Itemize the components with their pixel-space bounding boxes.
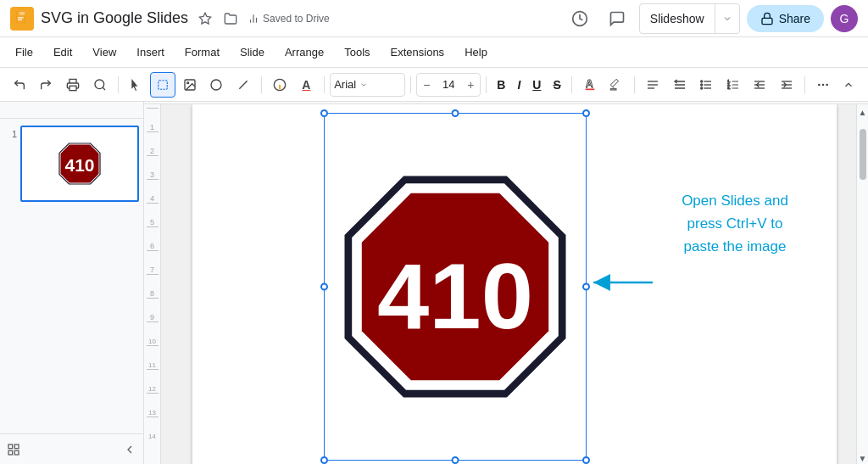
slideshow-dropdown-arrow[interactable] <box>715 4 739 33</box>
scroll-thumb[interactable] <box>860 129 866 180</box>
scroll-up-button[interactable]: ▲ <box>859 104 867 120</box>
svg-line-9 <box>103 87 105 90</box>
strikethrough-button[interactable]: S <box>548 73 565 97</box>
svg-rect-2 <box>18 17 24 18</box>
divider-3 <box>324 76 325 93</box>
menu-tools[interactable]: Tools <box>336 42 378 62</box>
divider-5 <box>486 76 487 93</box>
svg-point-12 <box>186 81 188 83</box>
bold-button[interactable]: B <box>492 73 510 97</box>
numbered-list-button[interactable]: 1.2.3. <box>721 72 746 98</box>
slide-number: 1 <box>3 129 17 139</box>
text-color-button[interactable]: A <box>294 72 320 98</box>
menu-arrange[interactable]: Arrange <box>276 42 332 62</box>
annotation-text: Open Slides and press Ctrl+V to paste th… <box>650 189 820 259</box>
title-bar: SVG in Google Slides Saved to Drive Slid… <box>0 0 868 37</box>
menu-format[interactable]: Format <box>176 42 228 62</box>
menu-edit[interactable]: Edit <box>45 42 81 62</box>
slide-thumbnail[interactable]: 410 <box>20 126 139 202</box>
font-size-decrease[interactable]: − <box>417 74 436 96</box>
stop-sign: 410 <box>332 121 578 452</box>
stop-sign-wrapper[interactable]: 410 <box>324 113 587 461</box>
slideshow-button[interactable]: Slideshow <box>639 3 740 34</box>
star-icon[interactable] <box>195 8 215 29</box>
slide-canvas-area[interactable]: 410 Open Slides and press Ctrl+V to past… <box>161 104 868 464</box>
menu-insert[interactable]: Insert <box>128 42 173 62</box>
toolbar: A Arial − + B I U S 1.2.3. <box>0 68 868 102</box>
svg-point-40 <box>826 83 828 86</box>
title-bar-right: Slideshow Share G <box>565 3 858 34</box>
history-icon[interactable] <box>565 3 595 34</box>
svg-point-13 <box>211 80 221 90</box>
menu-help[interactable]: Help <box>456 42 496 62</box>
line-button[interactable] <box>231 72 256 98</box>
select-button[interactable] <box>150 72 175 98</box>
svg-point-23 <box>701 81 703 82</box>
line-spacing-button[interactable] <box>667 72 693 98</box>
divider-7 <box>634 76 635 93</box>
svg-rect-47 <box>14 450 19 455</box>
svg-line-14 <box>239 81 247 88</box>
redo-button[interactable] <box>34 72 59 98</box>
underline-button[interactable]: U <box>527 73 546 97</box>
doc-title: SVG in Google Slides <box>41 9 188 27</box>
collapse-sidebar-button[interactable] <box>123 443 136 456</box>
saved-status: Saved to Drive <box>248 13 330 25</box>
menu-extensions[interactable]: Extensions <box>382 42 453 62</box>
image-button[interactable] <box>177 72 203 98</box>
divider-4 <box>410 76 411 93</box>
canvas-wrapper: 1 2 3 4 5 6 7 8 9 10 11 12 13 14 15 16 1… <box>144 102 868 464</box>
svg-rect-45 <box>14 444 19 449</box>
canvas-with-ruler: 1 2 3 4 5 6 7 8 9 10 11 12 13 14 <box>144 104 868 464</box>
svg-rect-44 <box>8 444 13 449</box>
svg-text:410: 410 <box>377 243 533 348</box>
svg-rect-7 <box>70 86 76 90</box>
svg-point-8 <box>95 80 104 89</box>
svg-point-25 <box>701 87 703 89</box>
align-button[interactable] <box>640 72 665 98</box>
divider-6 <box>571 76 572 93</box>
slideshow-label[interactable]: Slideshow <box>640 4 715 33</box>
svg-rect-10 <box>159 80 168 89</box>
folder-icon[interactable] <box>220 8 241 29</box>
menu-slide[interactable]: Slide <box>231 42 273 62</box>
user-avatar[interactable]: G <box>831 5 858 32</box>
increase-indent-button[interactable] <box>774 72 799 98</box>
slide[interactable]: 410 Open Slides and press Ctrl+V to past… <box>192 104 837 464</box>
scroll-down-button[interactable]: ▼ <box>859 450 867 464</box>
collapse-toolbar-button[interactable] <box>836 72 861 98</box>
menu-view[interactable]: View <box>84 42 125 62</box>
svg-rect-3 <box>18 19 22 20</box>
app-icon <box>10 7 34 31</box>
font-size-input[interactable] <box>436 78 461 91</box>
svg-marker-4 <box>199 13 210 24</box>
grid-view-button[interactable] <box>7 443 20 456</box>
svg-point-39 <box>822 83 825 86</box>
undo-button[interactable] <box>7 72 32 98</box>
more-options-button[interactable] <box>810 72 836 98</box>
italic-button[interactable]: I <box>512 73 526 97</box>
decrease-indent-button[interactable] <box>748 72 773 98</box>
toolbar-end <box>810 72 861 98</box>
vertical-scrollbar[interactable]: ▲ ▼ <box>856 104 868 464</box>
highlight-button[interactable] <box>604 72 629 98</box>
svg-point-24 <box>701 84 703 86</box>
font-size-increase[interactable]: + <box>461 74 480 96</box>
vertical-ruler: 1 2 3 4 5 6 7 8 9 10 11 12 13 14 <box>144 104 161 464</box>
title-bar-left: SVG in Google Slides Saved to Drive <box>10 7 558 31</box>
comments-icon[interactable] <box>602 3 632 34</box>
text-color-2-button[interactable] <box>577 72 603 98</box>
menu-file[interactable]: File <box>7 42 42 62</box>
menu-bar: File Edit View Insert Format Slide Arran… <box>0 37 868 68</box>
svg-rect-6 <box>762 18 772 24</box>
main-area: 1 410 <box>0 102 868 464</box>
zoom-button[interactable] <box>87 72 113 98</box>
divider-2 <box>261 76 262 93</box>
print-button[interactable] <box>60 72 86 98</box>
font-selector[interactable]: Arial <box>330 73 405 97</box>
shape-button[interactable] <box>204 72 230 98</box>
cursor-button[interactable] <box>124 72 149 98</box>
share-button[interactable]: Share <box>747 5 824 32</box>
fill-color-button[interactable] <box>267 72 292 98</box>
bullets-button[interactable] <box>693 72 719 98</box>
